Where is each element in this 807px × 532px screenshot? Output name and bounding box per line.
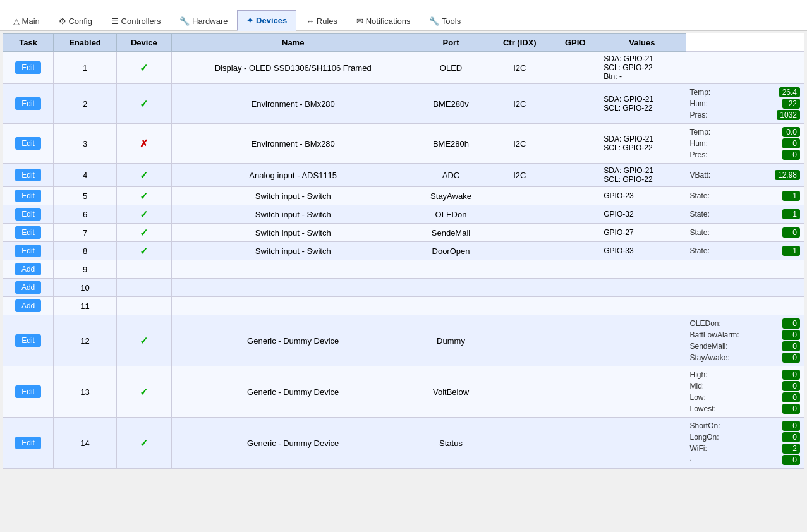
device-values: State:1 xyxy=(686,242,804,260)
nav-item-devices[interactable]: ✦ Devices xyxy=(237,10,296,31)
enabled-status: ✓ xyxy=(116,205,171,224)
device-label xyxy=(415,260,487,279)
device-values xyxy=(686,52,804,84)
device-port xyxy=(487,315,552,366)
value-label: State: xyxy=(690,210,710,219)
device-ctr xyxy=(552,205,598,224)
edit-button-12[interactable]: Edit xyxy=(15,334,41,347)
enabled-status: ✓ xyxy=(116,224,171,242)
task-number: 3 xyxy=(54,124,117,164)
device-ctr xyxy=(552,242,598,260)
device-gpio: SDA: GPIO-21SCL: GPIO-22 xyxy=(598,164,686,187)
value-label: Pres: xyxy=(690,150,708,159)
nav-item-main[interactable]: △ Main xyxy=(4,11,49,31)
enabled-check-icon: ✓ xyxy=(140,246,148,257)
device-port xyxy=(487,205,552,224)
enabled-status: ✓ xyxy=(116,242,171,260)
device-ctr xyxy=(552,260,598,279)
disabled-x-icon: ✗ xyxy=(140,138,148,149)
nav-item-rules[interactable]: ↔ Rules xyxy=(296,11,347,31)
nav-item-config[interactable]: ⚙ Config xyxy=(49,11,102,31)
device-label xyxy=(415,297,487,315)
device-port: I2C xyxy=(487,84,552,124)
table-row: Edit1✓Display - OLED SSD1306/SH1106 Fram… xyxy=(3,52,804,84)
value-row: LongOn:0 xyxy=(690,432,800,443)
value-label: VBatt: xyxy=(690,171,711,179)
edit-button-7[interactable]: Edit xyxy=(15,226,41,239)
edit-button-5[interactable]: Edit xyxy=(15,190,41,202)
edit-button-3[interactable]: Edit xyxy=(15,137,41,150)
enabled-status: ✓ xyxy=(116,315,171,366)
device-name: Switch input - Switch xyxy=(171,205,415,224)
edit-button-2[interactable]: Edit xyxy=(15,97,41,110)
value-label: State: xyxy=(690,191,710,200)
enabled-check-icon: ✓ xyxy=(140,209,148,220)
nav-item-notifications[interactable]: ✉ Notifications xyxy=(347,11,420,31)
enabled-status: ✓ xyxy=(116,366,171,418)
value-label: StayAwake: xyxy=(690,353,730,362)
nav-item-controllers[interactable]: ☰ Controllers xyxy=(102,11,170,31)
edit-button-1[interactable]: Edit xyxy=(15,61,41,74)
device-ctr xyxy=(552,164,598,187)
task-number: 6 xyxy=(54,205,117,224)
device-label: DoorOpen xyxy=(415,242,487,260)
device-gpio: GPIO-33 xyxy=(598,242,686,260)
value-row: Low:0 xyxy=(690,392,800,403)
device-ctr xyxy=(552,366,598,418)
value-badge: 0 xyxy=(782,392,800,402)
device-port: I2C xyxy=(487,52,552,84)
device-port xyxy=(487,366,552,418)
device-port: I2C xyxy=(487,124,552,164)
edit-button-4[interactable]: Edit xyxy=(15,169,41,181)
col-header-name: Name xyxy=(171,34,415,52)
value-row: Temp:26.4 xyxy=(690,87,800,98)
value-badge: 2 xyxy=(782,444,800,454)
col-header-enabled: Enabled xyxy=(54,34,117,52)
table-row: Edit6✓Switch input - SwitchOLEDonGPIO-32… xyxy=(3,205,804,224)
task-number: 2 xyxy=(54,84,117,124)
edit-button-6[interactable]: Edit xyxy=(15,208,41,221)
value-badge: 1032 xyxy=(777,110,800,120)
device-ctr xyxy=(552,84,598,124)
device-label: StayAwake xyxy=(415,187,487,205)
value-row: VBatt:12.98 xyxy=(690,169,800,181)
value-label: SendeMail: xyxy=(690,342,728,351)
device-values: High:0Mid:0Low:0Lowest:0 xyxy=(686,366,804,418)
col-header-values: Values xyxy=(598,34,686,52)
add-button-10[interactable]: Add xyxy=(15,281,41,294)
edit-button-14[interactable]: Edit xyxy=(15,437,41,449)
table-row: Edit7✓Switch input - SwitchSendeMailGPIO… xyxy=(3,224,804,242)
value-label: LongOn: xyxy=(690,433,719,442)
device-ctr xyxy=(552,52,598,84)
value-label: High: xyxy=(690,370,708,379)
device-values: OLEDon:0BattLowAlarm:0SendeMail:0StayAwa… xyxy=(686,315,804,366)
device-label: BME280h xyxy=(415,124,487,164)
task-number: 11 xyxy=(54,297,117,315)
nav-item-tools[interactable]: 🔧 Tools xyxy=(420,11,470,31)
value-label: Temp: xyxy=(690,128,711,136)
add-button-9[interactable]: Add xyxy=(15,263,41,275)
col-header-gpio: GPIO xyxy=(552,34,598,52)
value-label: Lowest: xyxy=(690,404,716,413)
value-badge: 12.98 xyxy=(775,170,800,180)
value-row: Pres:0 xyxy=(690,149,800,160)
device-ctr xyxy=(552,297,598,315)
value-row: State:1 xyxy=(690,245,800,257)
device-port xyxy=(487,224,552,242)
value-badge: 0 xyxy=(782,330,800,340)
value-row: Hum:0 xyxy=(690,138,800,149)
nav-item-hardware[interactable]: 🔧 Hardware xyxy=(170,11,237,31)
device-name xyxy=(171,279,415,297)
edit-button-8[interactable]: Edit xyxy=(15,245,41,257)
value-badge: 0 xyxy=(782,432,800,442)
enabled-check-icon: ✓ xyxy=(140,438,148,449)
edit-button-13[interactable]: Edit xyxy=(15,385,41,398)
device-label xyxy=(415,279,487,297)
device-port xyxy=(487,260,552,279)
enabled-check-icon: ✓ xyxy=(140,191,148,202)
device-name: Analog input - ADS1115 xyxy=(171,164,415,187)
devices-table: TaskEnabledDeviceNamePortCtr (IDX)GPIOVa… xyxy=(3,33,804,469)
add-button-11[interactable]: Add xyxy=(15,299,41,312)
task-number: 1 xyxy=(54,52,117,84)
device-values: Temp:0.0Hum:0Pres:0 xyxy=(686,124,804,164)
